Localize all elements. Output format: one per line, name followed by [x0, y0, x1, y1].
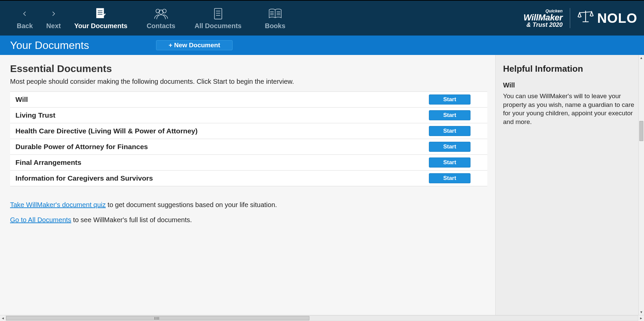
- start-button-final-arrangements[interactable]: Start: [429, 157, 470, 168]
- brand-willmaker-label: WillMaker: [524, 13, 563, 22]
- top-nav-left: Back Next Your Documents: [0, 1, 302, 36]
- scroll-up-arrow-icon[interactable]: ▲: [639, 55, 644, 61]
- top-nav-right: Quicken WillMaker & Trust 2020 NOLO: [524, 1, 644, 36]
- sub-header: Your Documents + New Document: [0, 36, 644, 55]
- start-button-health-care-directive[interactable]: Start: [429, 126, 470, 136]
- doc-name: Durable Power of Attorney for Finances: [15, 143, 148, 151]
- scales-icon: [578, 9, 594, 28]
- nav-all-documents-label: All Documents: [195, 22, 242, 30]
- vertical-scroll-thumb[interactable]: [639, 121, 643, 141]
- helpful-information-panel: Helpful Information Will You can use Wil…: [495, 55, 644, 315]
- quiz-rest-text: to get document suggestions based on you…: [106, 201, 277, 208]
- nav-your-documents-label: Your Documents: [74, 22, 128, 30]
- page-title: Your Documents: [10, 39, 89, 52]
- start-button-caregivers-info[interactable]: Start: [429, 173, 470, 183]
- back-button[interactable]: Back: [10, 1, 40, 36]
- new-document-button[interactable]: + New Document: [156, 40, 233, 50]
- scroll-down-arrow-icon[interactable]: ▼: [639, 309, 644, 315]
- scroll-grip-icon: [154, 317, 161, 320]
- svg-rect-8: [214, 8, 222, 19]
- chevron-left-icon: [22, 7, 28, 21]
- essential-documents-heading: Essential Documents: [10, 63, 487, 74]
- document-edit-icon: [94, 7, 108, 21]
- nav-contacts[interactable]: Contacts: [134, 1, 188, 36]
- next-label: Next: [46, 22, 61, 30]
- all-docs-rest-text: to see WillMaker's full list of document…: [71, 216, 192, 223]
- documents-icon: [212, 7, 225, 21]
- helpful-info-heading: Helpful Information: [503, 64, 637, 74]
- brand-trust-label: & Trust 2020: [524, 22, 563, 28]
- doc-name: Health Care Directive (Living Will & Pow…: [15, 127, 198, 135]
- document-quiz-link[interactable]: Take WillMaker's document quiz: [10, 201, 106, 208]
- essential-documents-lead: Most people should consider making the f…: [10, 78, 487, 85]
- doc-name: Will: [15, 95, 28, 104]
- back-label: Back: [17, 22, 33, 30]
- nav-contacts-label: Contacts: [147, 22, 176, 30]
- scroll-left-arrow-icon[interactable]: ◄: [0, 315, 6, 321]
- next-button[interactable]: Next: [40, 1, 67, 36]
- content-area: Essential Documents Most people should c…: [0, 55, 644, 315]
- helper-links: Take WillMaker's document quiz to get do…: [10, 201, 487, 224]
- horizontal-scroll-track[interactable]: [6, 315, 638, 321]
- top-nav-bar: Back Next Your Documents: [0, 0, 644, 36]
- brand-nolo-label: NOLO: [597, 11, 637, 26]
- doc-name: Final Arrangements: [15, 158, 81, 167]
- people-icon: [152, 7, 170, 21]
- doc-row-health-care-directive: Health Care Directive (Living Will & Pow…: [10, 123, 487, 139]
- brand-willmaker: Quicken WillMaker & Trust 2020: [524, 9, 563, 28]
- nav-your-documents[interactable]: Your Documents: [67, 1, 134, 36]
- horizontal-scroll-thumb[interactable]: [6, 316, 309, 320]
- doc-name: Living Trust: [15, 111, 55, 119]
- essential-documents-list: Will Start Living Trust Start Health Car…: [10, 91, 487, 186]
- scroll-right-arrow-icon[interactable]: ►: [638, 315, 644, 321]
- nav-books-label: Books: [265, 22, 285, 30]
- doc-row-final-arrangements: Final Arrangements Start: [10, 155, 487, 171]
- vertical-scroll-track[interactable]: [639, 61, 644, 309]
- all-documents-link[interactable]: Go to All Documents: [10, 216, 71, 223]
- brand-nolo: NOLO: [578, 9, 637, 28]
- chevron-right-icon: [50, 7, 56, 21]
- start-button-durable-poa[interactable]: Start: [429, 142, 470, 152]
- vertical-scrollbar[interactable]: ▲ ▼: [638, 55, 644, 315]
- horizontal-scrollbar[interactable]: ◄ ►: [0, 315, 644, 321]
- doc-row-caregivers-info: Information for Caregivers and Survivors…: [10, 171, 487, 186]
- start-button-will[interactable]: Start: [429, 94, 470, 105]
- helpful-info-body: You can use WillMaker's will to leave yo…: [503, 92, 637, 126]
- doc-row-living-trust: Living Trust Start: [10, 108, 487, 123]
- doc-row-will: Will Start: [10, 92, 487, 108]
- doc-name: Information for Caregivers and Survivors: [15, 174, 153, 182]
- helpful-info-subheading: Will: [503, 81, 637, 89]
- brand-separator: [570, 8, 570, 28]
- nav-all-documents[interactable]: All Documents: [188, 1, 248, 36]
- book-icon: [267, 7, 283, 21]
- main-column: Essential Documents Most people should c…: [0, 55, 495, 315]
- doc-row-durable-poa: Durable Power of Attorney for Finances S…: [10, 139, 487, 155]
- nav-books[interactable]: Books: [248, 1, 302, 36]
- start-button-living-trust[interactable]: Start: [429, 110, 470, 120]
